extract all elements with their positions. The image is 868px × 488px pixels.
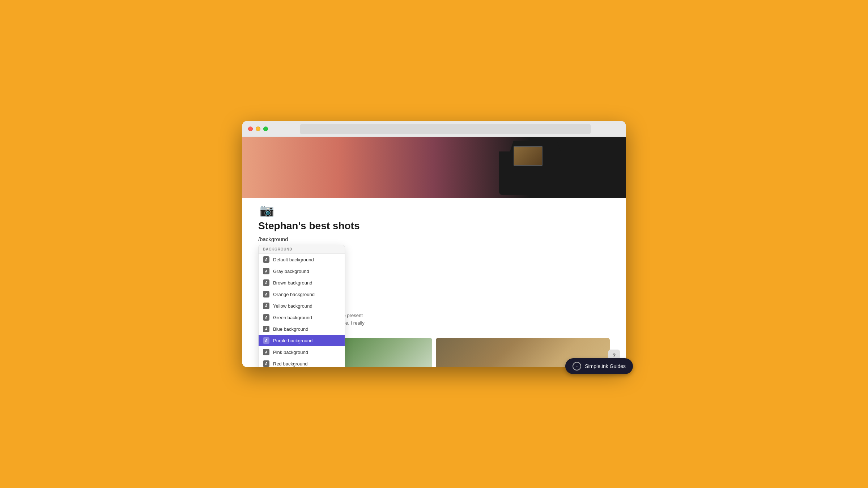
outer-container: 📷 Stephan's best shots BACKGROUND A Defa…: [242, 121, 626, 367]
gray-label: Gray background: [273, 269, 309, 274]
pink-label: Pink background: [273, 350, 308, 355]
hero-image: [242, 137, 626, 198]
dropdown-item-default[interactable]: A Default background: [259, 254, 345, 265]
page-scroll: 📷 Stephan's best shots BACKGROUND A Defa…: [242, 137, 626, 367]
dropdown-item-yellow[interactable]: A Yellow background: [259, 300, 345, 312]
yellow-label: Yellow background: [273, 303, 312, 309]
dropdown-item-green[interactable]: A Green background: [259, 312, 345, 323]
red-label: Red background: [273, 361, 307, 367]
dropdown-item-blue[interactable]: A Blue background: [259, 323, 345, 335]
default-label: Default background: [273, 257, 314, 262]
dropdown-item-purple[interactable]: A Purple background: [259, 335, 345, 346]
blue-icon: A: [263, 326, 269, 332]
page-body: 📷 Stephan's best shots BACKGROUND A Defa…: [242, 198, 626, 367]
default-icon: A: [263, 256, 269, 263]
dropdown-item-pink[interactable]: A Pink background: [259, 346, 345, 358]
camera-screen: [514, 146, 542, 166]
url-input[interactable]: [258, 236, 338, 242]
dropdown-item-red[interactable]: A Red background: [259, 358, 345, 367]
simpleink-label: Simple.ink Guides: [585, 363, 626, 369]
yellow-icon: A: [263, 303, 269, 309]
blue-label: Blue background: [273, 326, 309, 332]
url-input-area: BACKGROUND A Default background A Gray b…: [258, 236, 610, 243]
simpleink-logo-icon: ○: [573, 362, 581, 371]
dropdown-section-header: BACKGROUND: [259, 245, 345, 254]
pink-icon: A: [263, 349, 269, 355]
green-icon: A: [263, 314, 269, 321]
simpleink-badge[interactable]: ○ Simple.ink Guides: [565, 358, 633, 374]
maximize-button[interactable]: [263, 127, 268, 131]
page-title: Stephan's best shots: [258, 220, 610, 232]
gray-icon: A: [263, 268, 269, 274]
browser-window: 📷 Stephan's best shots BACKGROUND A Defa…: [242, 121, 626, 367]
dropdown-menu: BACKGROUND A Default background A Gray b…: [258, 245, 345, 367]
purple-label: Purple background: [273, 338, 312, 343]
minimize-button[interactable]: [256, 127, 260, 131]
dropdown-item-brown[interactable]: A Brown background: [259, 277, 345, 288]
brown-icon: A: [263, 279, 269, 286]
red-icon: A: [263, 360, 269, 367]
dropdown-item-orange[interactable]: A Orange background: [259, 288, 345, 300]
dropdown-item-gray[interactable]: A Gray background: [259, 265, 345, 277]
green-label: Green background: [273, 315, 312, 320]
brown-label: Brown background: [273, 280, 312, 286]
orange-label: Orange background: [273, 292, 315, 297]
browser-content: 📷 Stephan's best shots BACKGROUND A Defa…: [242, 137, 626, 367]
close-button[interactable]: [248, 127, 253, 131]
site-icon: 📷: [258, 204, 276, 217]
purple-icon: A: [263, 337, 269, 344]
title-bar: [242, 121, 626, 137]
address-bar: [300, 124, 591, 134]
orange-icon: A: [263, 291, 269, 297]
